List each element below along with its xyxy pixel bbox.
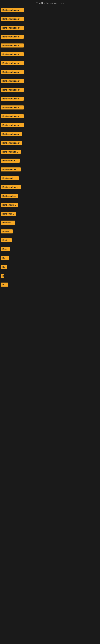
bottleneck-row: Bottleneck result	[0, 85, 100, 94]
bottleneck-badge[interactable]: Bottleneck result	[1, 52, 24, 56]
bottleneck-row: Bottleneck result	[0, 147, 100, 156]
bottleneck-row: Bottleneck result	[0, 227, 100, 236]
bottleneck-badge[interactable]: Bottleneck result	[1, 70, 24, 74]
bottleneck-badge[interactable]: Bottleneck result	[1, 79, 24, 83]
bottleneck-badge[interactable]: Bottleneck result	[1, 44, 24, 48]
bottleneck-badge[interactable]: Bottleneck result	[1, 220, 15, 224]
bottleneck-row: Bottleneck result	[0, 183, 100, 192]
bottleneck-row: Bottleneck result	[0, 6, 100, 14]
bottleneck-row: Bottleneck result	[0, 174, 100, 183]
bottleneck-row: Bottleneck result	[0, 103, 100, 112]
bottleneck-row: Bottleneck result	[0, 130, 100, 138]
bottleneck-badge[interactable]: Bottleneck result	[1, 141, 22, 145]
bottleneck-row: Bottleneck result	[0, 138, 100, 147]
site-title: TheBottlenecker.com	[0, 0, 100, 6]
bottleneck-badge[interactable]: Bottleneck result	[1, 114, 24, 118]
bottleneck-badge[interactable]: Bottleneck result	[1, 88, 24, 92]
bottleneck-row: Bottleneck result	[0, 192, 100, 200]
bottleneck-row: Bottleneck result	[0, 41, 100, 50]
bottleneck-badge[interactable]: Bottleneck result	[1, 203, 18, 207]
bottleneck-row: Bottleneck result	[0, 112, 100, 121]
bottleneck-badge[interactable]: B	[1, 274, 4, 278]
bottleneck-badge[interactable]: Bottleneck result	[1, 96, 24, 100]
bottleneck-row: Bottleneck result	[0, 23, 100, 32]
bottleneck-row: Bottleneck result	[0, 50, 100, 59]
bottleneck-row: Bottleneck result	[0, 32, 100, 41]
bottleneck-badge[interactable]: Bottleneck result	[1, 256, 9, 260]
bottleneck-row	[0, 289, 100, 298]
bottleneck-badge[interactable]: Bottleneck result	[1, 132, 22, 136]
bottleneck-badge[interactable]: Bottleneck result	[1, 194, 18, 198]
bottleneck-row: Bottleneck result	[0, 262, 100, 271]
bottleneck-badge[interactable]: Bottleneck result	[1, 265, 7, 269]
bottleneck-badge[interactable]: Bottleneck result	[1, 106, 24, 110]
bottleneck-badge[interactable]: Bottleneck result	[1, 123, 24, 127]
bottleneck-badge[interactable]: Bottleneck result	[1, 212, 16, 216]
bottleneck-row: Bottleneck result	[0, 245, 100, 254]
bottleneck-row: Bottleneck result	[0, 209, 100, 218]
bottleneck-row: Bottleneck result	[0, 280, 100, 289]
bottleneck-badge[interactable]: Bottleneck result	[1, 17, 24, 21]
bottleneck-badge[interactable]: Bottleneck result	[1, 238, 12, 242]
bottleneck-badge[interactable]: Bottleneck result	[1, 282, 8, 286]
bottleneck-row: Bottleneck result	[0, 121, 100, 130]
main-container: TheBottlenecker.com Bottleneck resultBot…	[0, 0, 100, 644]
bottleneck-row: Bottleneck result	[0, 254, 100, 262]
bottleneck-badge[interactable]: Bottleneck result	[1, 150, 21, 154]
bottleneck-row: Bottleneck result	[0, 14, 100, 23]
bottleneck-row: Bottleneck result	[0, 59, 100, 68]
bottleneck-row: Bottleneck result	[0, 94, 100, 103]
bottleneck-badge[interactable]: Bottleneck result	[1, 168, 21, 172]
bottleneck-row: Bottleneck result	[0, 68, 100, 76]
bottleneck-badge[interactable]: Bottleneck result	[1, 158, 20, 162]
bottleneck-badge[interactable]: Bottleneck result	[1, 34, 24, 39]
bottleneck-badge[interactable]: Bottleneck result	[1, 61, 24, 65]
bottleneck-badge[interactable]: Bottleneck result	[1, 230, 13, 234]
filler	[0, 298, 100, 644]
bottleneck-row: Bottleneck result	[0, 218, 100, 227]
bottleneck-badge[interactable]: Bottleneck result	[1, 176, 19, 180]
bottleneck-row: Bottleneck result	[0, 156, 100, 165]
bottleneck-row: Bottleneck result	[0, 200, 100, 209]
bottleneck-row: B	[0, 271, 100, 280]
bottleneck-row: Bottleneck result	[0, 165, 100, 174]
bottleneck-badge[interactable]: Bottleneck result	[1, 8, 24, 12]
bottleneck-row: Bottleneck result	[0, 236, 100, 245]
bottleneck-badge[interactable]: Bottleneck result	[1, 247, 10, 251]
bottleneck-badge[interactable]: Bottleneck result	[1, 185, 21, 189]
bottleneck-badge[interactable]: Bottleneck result	[1, 26, 24, 30]
bottleneck-row: Bottleneck result	[0, 76, 100, 85]
